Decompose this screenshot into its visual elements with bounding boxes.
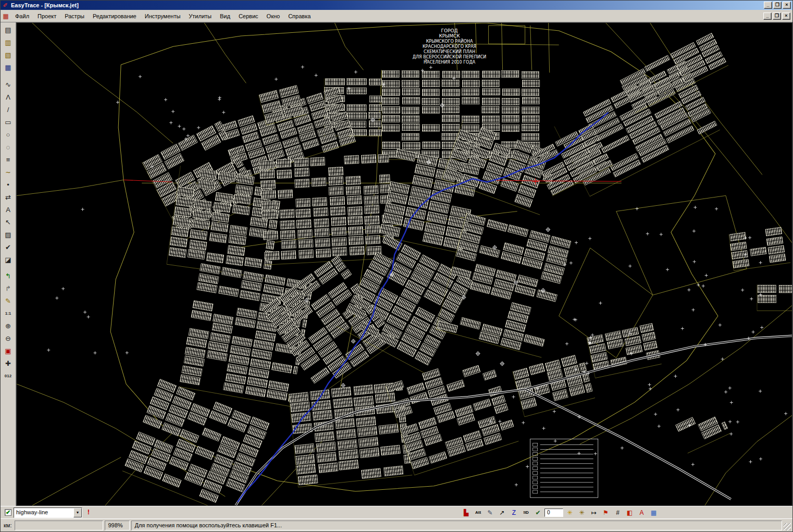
tolerance-field[interactable]: 0 — [544, 509, 563, 517]
check-tool[interactable]: ✔ — [2, 241, 15, 253]
svg-text:СХЕМАТИЧЕСКИЙ ПЛАН: СХЕМАТИЧЕСКИЙ ПЛАН — [424, 48, 475, 54]
menubar: ▦ ФайлПроектРастрыРедактированиеИнструме… — [1, 10, 792, 22]
node-edit-button[interactable]: ↗ — [497, 508, 507, 517]
layer-toolbar-right: ▙Att✎↗Z!ID✔0✳✳↦⚑#◧A▦ — [461, 508, 659, 517]
id-button[interactable]: !ID — [521, 508, 531, 517]
svg-text:КРЫМСК: КРЫМСК — [439, 33, 460, 39]
text-tool[interactable]: A — [2, 203, 15, 216]
pencil-tool[interactable]: ✎ — [2, 294, 15, 307]
layer-select: highway-line ▼ — [14, 508, 82, 518]
point-tool[interactable]: • — [2, 178, 15, 191]
status-bar: км: 998% Для получения помощи воспользуй… — [1, 518, 792, 531]
new-project-icon[interactable]: ▤ — [2, 23, 15, 36]
chevron-down-icon[interactable]: ▼ — [73, 508, 82, 517]
map-viewport: ГОРОДКРЫМСККРЫМСКОГО РАЙОНАКРАСНОДАРСКОГ… — [16, 22, 792, 506]
layer-alert-button[interactable]: ! — [84, 508, 93, 517]
curve-tool[interactable]: ∿ — [2, 78, 15, 91]
window-title: EasyTrace - [Крымск.jet] — [11, 2, 762, 8]
undo-icon[interactable]: ↰ — [2, 269, 15, 282]
line-tool[interactable]: / — [2, 103, 15, 116]
jump-button[interactable]: ↦ — [588, 508, 599, 517]
menu-Растры[interactable]: Растры — [60, 11, 89, 21]
titlebar-buttons: _❐× — [764, 2, 791, 9]
spline-tool[interactable]: ∼ — [2, 166, 15, 178]
layer-bar: ✔ highway-line ▼ ! ▙Att✎↗Z!ID✔0✳✳↦⚑#◧A▦ — [1, 506, 792, 518]
km-label: км: — [2, 522, 13, 528]
redo-icon[interactable]: ↱ — [2, 282, 15, 294]
ruler-tool[interactable]: 012 — [2, 369, 15, 382]
app-window: ✐ EasyTrace - [Крымск.jet] _❐× ▦ ФайлПро… — [0, 0, 793, 532]
swap-tool[interactable]: ⇄ — [2, 191, 15, 203]
dotted-circle-tool[interactable]: ◌ — [2, 141, 15, 153]
pan-tool[interactable]: ✚ — [2, 357, 15, 369]
menu-Справка[interactable]: Справка — [284, 11, 315, 21]
circle-tool[interactable]: ○ — [2, 128, 15, 141]
verify-button[interactable]: ✔ — [532, 508, 543, 517]
menu-Вид[interactable]: Вид — [216, 11, 234, 21]
svg-text:ДЛЯ ВСЕРОССИЙСКОЙ ПЕРЕПИСИ: ДЛЯ ВСЕРОССИЙСКОЙ ПЕРЕПИСИ — [413, 54, 486, 59]
layer-visible-checkbox[interactable]: ✔ — [5, 509, 11, 516]
grid-button[interactable]: # — [612, 508, 623, 517]
resize-grip[interactable] — [784, 523, 791, 530]
menu-Проект[interactable]: Проект — [33, 11, 60, 21]
document-icon[interactable]: ▦ — [2, 12, 10, 20]
left-toolbar: ▤▥▧▦∿Λ/▭○◌≡∼•⇄A↖▨✔◪↰↱✎1:1⊕⊖▣✚012 — [1, 22, 16, 506]
palette-button[interactable]: ▦ — [648, 508, 659, 517]
flash-button[interactable]: ✳ — [564, 508, 575, 517]
mdi-minimize-button[interactable]: _ — [763, 13, 772, 20]
menu-Инструменты[interactable]: Инструменты — [141, 11, 185, 21]
contrast-button[interactable]: ◧ — [624, 508, 635, 517]
zoom-in-button[interactable]: ⊕ — [2, 319, 15, 332]
z-order-button[interactable]: Z — [509, 508, 519, 517]
parallel-tool[interactable]: ≡ — [2, 153, 15, 166]
svg-text:ГОРОД: ГОРОД — [441, 28, 458, 33]
restore-button[interactable]: ❐ — [773, 2, 782, 9]
minimize-button[interactable]: _ — [764, 2, 772, 9]
mdi-restore-button[interactable]: ❐ — [773, 13, 781, 20]
trace-settings-button[interactable]: ✎ — [485, 508, 495, 517]
attributes-button[interactable]: Att — [473, 508, 484, 517]
zoom-out-button[interactable]: ⊖ — [2, 332, 15, 344]
hatch-tool[interactable]: ▨ — [2, 228, 15, 241]
main-area: ▤▥▧▦∿Λ/▭○◌≡∼•⇄A↖▨✔◪↰↱✎1:1⊕⊖▣✚012 ГОРОДКР… — [1, 22, 792, 506]
map-canvas[interactable]: ГОРОДКРЫМСККРЫМСКОГО РАЙОНАКРАСНОДАРСКОГ… — [17, 23, 792, 505]
flash-move-button[interactable]: ✳ — [576, 508, 587, 517]
layer-select-value[interactable]: highway-line — [14, 508, 73, 517]
menu-Утилиты[interactable]: Утилиты — [184, 11, 216, 21]
menu-Окно[interactable]: Окно — [263, 11, 284, 21]
svg-text:КРЫМСКОГО РАЙОНА: КРЫМСКОГО РАЙОНА — [426, 38, 473, 44]
menu-items: ФайлПроектРастрыРедактированиеИнструмент… — [11, 11, 763, 21]
zoom-window-button[interactable]: ▣ — [2, 344, 15, 357]
svg-text:НАСЕЛЕНИЯ 2010 ГОДА: НАСЕЛЕНИЯ 2010 ГОДА — [424, 60, 476, 65]
eraser-tool[interactable]: ◪ — [2, 253, 15, 266]
menu-Файл[interactable]: Файл — [11, 11, 33, 21]
zoom-actual-button[interactable]: 1:1 — [2, 307, 15, 319]
app-icon: ✐ — [2, 2, 9, 9]
rectangle-tool[interactable]: ▭ — [2, 116, 15, 128]
km-field[interactable] — [15, 521, 103, 530]
zoom-level: 998% — [105, 521, 130, 530]
menu-Сервис[interactable]: Сервис — [234, 11, 263, 21]
raster-layers-button[interactable]: ▙ — [461, 508, 472, 517]
flag-button[interactable]: ⚑ — [600, 508, 611, 517]
save-icon[interactable]: ▦ — [2, 61, 15, 73]
open-project-icon[interactable]: ▧ — [2, 48, 15, 61]
polyline-tool[interactable]: Λ — [2, 91, 15, 103]
close-button[interactable]: × — [783, 2, 791, 9]
text-style-button[interactable]: A — [636, 508, 647, 517]
add-layer-icon[interactable]: ▥ — [2, 36, 15, 48]
mdi-close-button[interactable]: × — [782, 13, 790, 20]
status-help-text: Для получения помощи воспользуйтесь клав… — [131, 521, 782, 530]
mdi-buttons: _❐× — [763, 13, 790, 20]
select-tool[interactable]: ↖ — [2, 216, 15, 228]
menu-Редактирование[interactable]: Редактирование — [89, 11, 141, 21]
titlebar: ✐ EasyTrace - [Крымск.jet] _❐× — [1, 1, 792, 10]
svg-text:КРАСНОДАРСКОГО КРАЯ: КРАСНОДАРСКОГО КРАЯ — [423, 44, 476, 49]
